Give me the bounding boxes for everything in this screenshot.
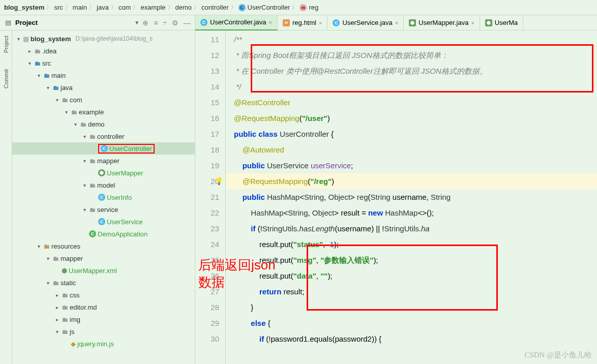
chevron-icon[interactable]: ▾ bbox=[81, 134, 87, 139]
code-line[interactable]: * 在 Controller 类中使用@RestController注解即可返回… bbox=[234, 63, 597, 79]
code-line[interactable]: return result; bbox=[234, 284, 597, 299]
chevron-icon[interactable]: ▾ bbox=[45, 85, 51, 90]
code-line[interactable]: * 而Spring Boot框架项目接口返回 JSON格式的数据比较简单： bbox=[234, 47, 597, 63]
chevron-icon[interactable]: ▾ bbox=[54, 329, 60, 335]
breadcrumb-item[interactable]: controller bbox=[201, 4, 228, 11]
project-tool-tab[interactable]: Project bbox=[2, 33, 10, 56]
chevron-icon[interactable]: ▾ bbox=[45, 256, 51, 261]
chevron-icon[interactable]: ▸ bbox=[54, 292, 60, 298]
editor-tab[interactable]: CUserController.java× bbox=[195, 15, 278, 31]
code-line[interactable]: result.put("data", ""); bbox=[234, 268, 597, 284]
tree-label: example bbox=[79, 108, 104, 116]
chevron-icon[interactable]: ▾ bbox=[81, 158, 87, 164]
chevron-icon[interactable]: ▾ bbox=[63, 109, 69, 115]
code-line[interactable]: result.put("msg", "参数输入错误"); bbox=[234, 252, 597, 268]
close-icon[interactable]: × bbox=[395, 20, 398, 26]
chevron-icon[interactable]: ▸ bbox=[54, 317, 60, 322]
tree-item[interactable]: ▾🖿 demo bbox=[12, 118, 195, 130]
project-title[interactable]: Project bbox=[15, 19, 131, 26]
tree-item[interactable]: C DemoApplication bbox=[12, 228, 195, 240]
tree-item[interactable]: CUserController bbox=[12, 142, 195, 155]
close-icon[interactable]: × bbox=[319, 20, 322, 26]
tree-item[interactable]: ▸🖿 editor.md bbox=[12, 301, 195, 313]
code-line[interactable]: @Autowired bbox=[234, 142, 597, 158]
tree-item[interactable]: ▸🖿 css bbox=[12, 289, 195, 301]
tree-item[interactable]: ▸🖿 .idea bbox=[12, 45, 195, 57]
chevron-icon[interactable]: ▾ bbox=[26, 60, 33, 66]
editor-tab[interactable]: CUserService.java× bbox=[327, 15, 404, 31]
chevron-icon[interactable]: ▾ bbox=[81, 207, 87, 213]
editor-tab[interactable]: ⬢UserMa bbox=[480, 15, 524, 31]
tree-item[interactable]: ▾🖿 service bbox=[12, 203, 195, 216]
chevron-icon[interactable]: ▸ bbox=[26, 48, 33, 54]
collapse-icon[interactable]: ÷ bbox=[163, 19, 167, 27]
close-icon[interactable]: × bbox=[269, 19, 272, 25]
tree-item[interactable]: ▾🖿 controller bbox=[12, 130, 195, 142]
code-line[interactable]: @RestController bbox=[234, 95, 597, 110]
sort-icon[interactable]: ≡ bbox=[154, 19, 158, 27]
bulb-icon[interactable]: 💡 bbox=[215, 173, 223, 189]
tree-item[interactable]: ◆ jquery.min.js bbox=[12, 338, 195, 350]
breadcrumb-item[interactable]: com bbox=[118, 4, 131, 11]
line-number: 16 bbox=[195, 110, 219, 126]
code-area[interactable]: /** * 而Spring Boot框架项目接口返回 JSON格式的数据比较简单… bbox=[226, 31, 597, 364]
tree-item[interactable]: ⬢ UserMapper bbox=[12, 167, 195, 179]
breadcrumb-item[interactable]: demo bbox=[175, 4, 192, 11]
tree-item[interactable]: ▾🖿 mapper bbox=[12, 155, 195, 167]
chevron-icon[interactable]: ▾ bbox=[36, 73, 42, 78]
tree-item[interactable]: ▾🖿 main bbox=[12, 69, 195, 81]
code-line[interactable]: 💡 @RequestMapping("/reg") bbox=[226, 173, 597, 189]
tree-item[interactable]: ▾🖿 com bbox=[12, 94, 195, 106]
tree-item[interactable]: ▾🖿 resources bbox=[12, 240, 195, 252]
chevron-icon[interactable]: ▾ bbox=[36, 244, 42, 249]
tree-item[interactable]: ▾🖿 model bbox=[12, 179, 195, 191]
tree-item[interactable]: C UserInfo bbox=[12, 191, 195, 203]
tree-item[interactable]: ▾🖿 example bbox=[12, 106, 195, 118]
code-line[interactable]: else { bbox=[234, 315, 597, 331]
tree-item[interactable]: ▾🖿 static bbox=[12, 277, 195, 289]
tree-item[interactable]: ▾🖿 java bbox=[12, 81, 195, 94]
tree-item[interactable]: ▸🖿 img bbox=[12, 313, 195, 325]
chevron-icon[interactable]: ▾ bbox=[54, 97, 60, 103]
breadcrumb-item[interactable]: src bbox=[54, 4, 63, 11]
editor-tab[interactable]: Hreg.html× bbox=[278, 15, 327, 31]
code-line[interactable]: /** bbox=[234, 32, 597, 47]
code-line[interactable]: @RequestMapping("/user") bbox=[234, 110, 597, 126]
breadcrumb-item[interactable]: UserController bbox=[248, 4, 290, 11]
tree-item[interactable]: ▾🖿 src bbox=[12, 57, 195, 69]
close-icon[interactable]: × bbox=[471, 20, 474, 26]
code-line[interactable]: public HashMap<String, Object> reg(Strin… bbox=[234, 189, 597, 205]
chevron-down-icon[interactable]: ▼ bbox=[134, 20, 139, 25]
code-line[interactable]: public class UserController { bbox=[234, 126, 597, 142]
code-editor[interactable]: 1112131415161718192021222324252627282930… bbox=[195, 31, 597, 364]
code-line[interactable]: if (!StringUtils.hasLength(username) || … bbox=[234, 221, 597, 236]
code-line[interactable]: } bbox=[234, 299, 597, 315]
breadcrumb-item[interactable]: main bbox=[73, 4, 87, 11]
chevron-icon[interactable]: ▾ bbox=[45, 280, 51, 286]
editor-tab[interactable]: ⬢UserMapper.java× bbox=[404, 15, 480, 31]
tree-item[interactable]: ▾🖿 mapper bbox=[12, 252, 195, 264]
breadcrumb-item[interactable]: example bbox=[140, 4, 165, 11]
commit-tool-tab[interactable]: Commit bbox=[2, 66, 10, 92]
code-line[interactable]: result.put("status", -1); bbox=[234, 236, 597, 252]
chevron-icon[interactable]: ▾ bbox=[81, 183, 87, 188]
code-line[interactable]: */ bbox=[234, 79, 597, 95]
tree-root[interactable]: ▾▦ blog_systemD:\java-gitee\java104\blog… bbox=[12, 33, 195, 45]
tree-item[interactable]: ▾🖿 js bbox=[12, 325, 195, 338]
code-line[interactable]: public UserService userService; bbox=[234, 158, 597, 173]
tree-item[interactable]: ⬢ UserMapper.xml bbox=[12, 264, 195, 277]
target-icon[interactable]: ⊕ bbox=[142, 19, 148, 27]
gear-icon[interactable]: ⚙ bbox=[172, 19, 178, 27]
chevron-down-icon[interactable]: ▾ bbox=[15, 36, 21, 42]
breadcrumb-item[interactable]: java bbox=[97, 4, 109, 11]
folder-icon: 🖿 bbox=[89, 181, 96, 189]
breadcrumb-item[interactable]: blog_system bbox=[4, 4, 44, 11]
tree-item[interactable]: C UserService bbox=[12, 216, 195, 228]
chevron-icon[interactable]: ▸ bbox=[54, 305, 60, 310]
breadcrumb-item[interactable]: reg bbox=[309, 4, 318, 11]
code-line[interactable]: if (!password1.equals(password2)) { bbox=[234, 331, 597, 347]
code-line[interactable]: HashMap<String, Object> result = new Has… bbox=[234, 205, 597, 221]
hide-icon[interactable]: — bbox=[184, 19, 191, 27]
project-tree[interactable]: ▾▦ blog_systemD:\java-gitee\java104\blog… bbox=[12, 31, 195, 364]
chevron-icon[interactable]: ▾ bbox=[72, 122, 78, 127]
